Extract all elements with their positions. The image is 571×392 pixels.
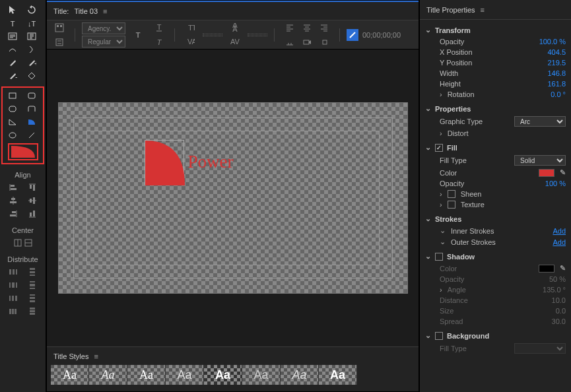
fill-opacity-value[interactable]: 100 % — [545, 180, 566, 187]
align-bottom[interactable] — [24, 208, 42, 220]
vertical-area-type-tool[interactable] — [23, 30, 40, 43]
inner-strokes-add[interactable]: Add — [553, 227, 566, 235]
align-right-text[interactable] — [316, 21, 333, 34]
shadow-checkbox[interactable] — [435, 253, 443, 261]
center-vertical[interactable] — [13, 237, 22, 249]
distribute-v-even[interactable] — [24, 306, 42, 317]
shadow-size-value[interactable]: 0.0 — [556, 307, 566, 315]
eyedropper-icon[interactable]: ✎ — [560, 168, 566, 177]
arc-shape[interactable] — [145, 140, 184, 185]
fill-checkbox[interactable]: ✓ — [435, 144, 443, 152]
bg-fill-type-select[interactable] — [514, 343, 566, 354]
texture-checkbox[interactable] — [448, 201, 455, 209]
kerning-icon[interactable]: VA — [182, 36, 199, 49]
align-vcenter[interactable] — [24, 195, 42, 207]
opacity-value[interactable]: 100.0 % — [539, 38, 566, 46]
title-canvas[interactable]: Power — [58, 102, 408, 294]
tab-stops-icon[interactable] — [281, 36, 298, 49]
style-swatch[interactable]: Aa — [242, 365, 281, 385]
distribute-left[interactable] — [4, 266, 22, 278]
title-text[interactable]: Power — [188, 152, 234, 172]
properties-group[interactable]: ⌄Properties — [420, 102, 571, 115]
add-anchor-tool[interactable]: + — [23, 56, 40, 69]
area-type-tool[interactable] — [4, 30, 21, 43]
fill-type-select[interactable]: Solid — [514, 155, 566, 166]
center-horizontal[interactable] — [24, 237, 33, 249]
width-value[interactable]: 146.8 — [547, 69, 566, 77]
style-swatch[interactable]: Aa — [166, 365, 204, 385]
distribute-vcenter[interactable] — [24, 279, 42, 291]
background-group[interactable]: ⌄Background — [420, 329, 571, 342]
twirl-right-icon[interactable]: › — [440, 90, 442, 98]
align-center-text[interactable] — [298, 21, 316, 34]
clipped-rectangle-tool[interactable] — [4, 102, 21, 115]
outer-strokes-add[interactable]: Add — [553, 238, 566, 246]
shadow-color-swatch[interactable] — [539, 265, 554, 273]
sync-icon[interactable] — [316, 36, 333, 49]
roll-crawl-icon[interactable] — [51, 36, 68, 49]
timecode[interactable]: 00;00;00;00 — [362, 31, 401, 39]
tracking-icon[interactable]: AV — [226, 36, 244, 49]
underline-icon[interactable]: T — [151, 21, 168, 34]
convert-anchor-tool[interactable] — [23, 69, 40, 82]
distribute-hcenter[interactable] — [4, 279, 22, 291]
shadow-spread-value[interactable]: 30.0 — [552, 317, 566, 325]
distribute-h-even[interactable] — [4, 306, 22, 317]
font-family-select[interactable]: Agency... — [82, 22, 125, 34]
distribute-right[interactable] — [4, 292, 22, 304]
style-swatch[interactable]: Aa — [89, 365, 127, 385]
distribute-bottom[interactable] — [24, 292, 42, 304]
styles-menu-icon[interactable]: ≡ — [94, 352, 97, 360]
align-top[interactable] — [24, 181, 42, 193]
twirl-right-icon[interactable]: › — [440, 129, 442, 137]
delete-anchor-tool[interactable]: - — [4, 69, 21, 82]
panel-menu-icon[interactable]: ≡ — [103, 7, 106, 15]
path-type-tool[interactable] — [4, 43, 21, 56]
twirl-down-icon[interactable]: ⌄ — [440, 226, 446, 235]
style-swatch[interactable]: Aa — [281, 365, 319, 385]
rounded-corner-tool[interactable] — [23, 102, 40, 115]
background-checkbox[interactable] — [435, 332, 443, 340]
arc-tool[interactable] — [23, 115, 40, 129]
fill-color-chip[interactable] — [8, 143, 38, 160]
shadow-group[interactable]: ⌄Shadow — [420, 250, 571, 263]
vertical-type-tool[interactable]: ↓T — [23, 16, 40, 30]
leading-icon[interactable]: AA — [226, 21, 244, 34]
align-hcenter[interactable] — [4, 195, 22, 207]
selection-tool[interactable] — [4, 3, 21, 16]
twirl-down-icon[interactable]: ⌄ — [440, 238, 446, 246]
sheen-checkbox[interactable] — [448, 190, 455, 198]
pen-tool[interactable] — [4, 56, 21, 69]
italic-icon[interactable]: T — [151, 36, 168, 49]
fill-group[interactable]: ⌄✓Fill — [420, 141, 571, 154]
transform-group[interactable]: ⌄Transform — [420, 24, 571, 36]
style-swatch[interactable]: Aa — [51, 365, 89, 385]
bold-icon[interactable]: T — [129, 28, 147, 42]
style-swatch[interactable]: Aa — [319, 365, 357, 385]
twirl-right-icon[interactable]: › — [440, 286, 442, 294]
distribute-top[interactable] — [24, 266, 42, 278]
align-right[interactable] — [4, 208, 22, 220]
ellipse-tool[interactable] — [4, 129, 21, 142]
fill-color-swatch[interactable] — [539, 169, 554, 177]
type-tool[interactable]: T — [4, 16, 21, 30]
eyedropper-icon[interactable]: ✎ — [560, 264, 566, 273]
style-swatch[interactable]: Aa — [127, 365, 166, 385]
shadow-distance-value[interactable]: 10.0 — [552, 296, 566, 304]
show-video-icon[interactable] — [298, 36, 316, 49]
vertical-path-type-tool[interactable] — [23, 43, 40, 56]
rounded-rectangle-tool[interactable] — [23, 89, 40, 102]
wedge-tool[interactable] — [4, 115, 21, 129]
graphic-type-select[interactable]: Arc — [514, 116, 566, 127]
twirl-right-icon[interactable]: › — [440, 190, 442, 198]
shadow-opacity-value[interactable]: 50 % — [549, 275, 566, 283]
align-left-text[interactable] — [281, 21, 298, 34]
ypos-value[interactable]: 219.5 — [547, 59, 566, 67]
rectangle-tool[interactable] — [4, 89, 21, 102]
rotate-tool[interactable] — [23, 3, 40, 16]
templates-icon[interactable] — [51, 21, 68, 34]
strokes-group[interactable]: ⌄Strokes — [420, 212, 571, 225]
style-swatch[interactable]: Aa — [204, 365, 242, 385]
twirl-right-icon[interactable]: › — [440, 201, 442, 209]
shadow-angle-value[interactable]: 135.0 ° — [543, 286, 566, 294]
